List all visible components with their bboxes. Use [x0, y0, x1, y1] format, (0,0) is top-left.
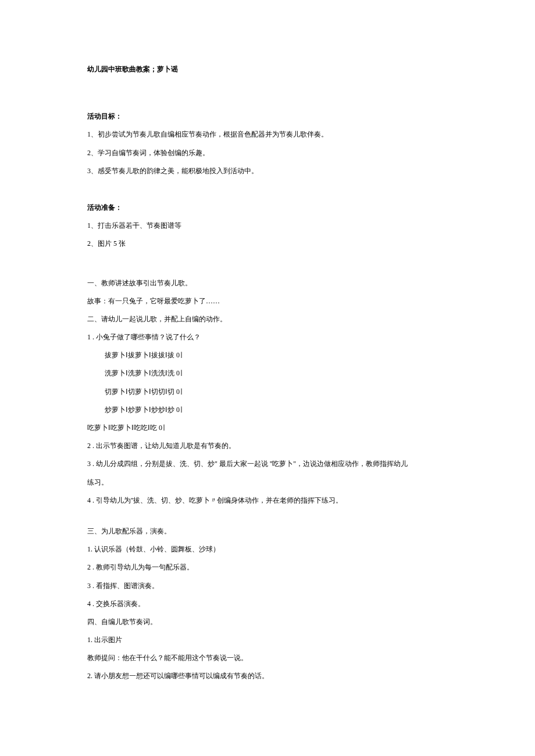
- part4-item-1: 1. 出示图片: [87, 635, 448, 646]
- part3-item-2: 2 . 教师引导幼儿为每一句配乐器。: [87, 562, 448, 573]
- goals-heading: 活动目标：: [87, 111, 448, 122]
- part1-q2: 2 . 出示节奏图谱，让幼儿知道儿歌是有节奏的。: [87, 440, 448, 452]
- part1-line3: 二、请幼儿一起说儿歌，并配上自编的动作。: [87, 314, 448, 325]
- part4-item-3: 2. 请小朋友想一想还可以编哪些事情可以编成有节奏的话。: [87, 671, 448, 682]
- part4-item-2: 教师提问：他在干什么？能不能用这个节奏说一说。: [87, 653, 448, 664]
- part3-heading: 三、为儿歌配乐器，演奏。: [87, 526, 448, 537]
- rhyme-line-1: 拔萝卜Ⅰ拔萝卜Ⅰ拔拔Ⅰ拔 0∣: [87, 350, 448, 361]
- document-title: 幼儿园中班歌曲教案；萝卜谣: [87, 64, 448, 75]
- goal-item-3: 3、感受节奏儿歌的韵律之美，能积极地投入到活动中。: [87, 166, 448, 177]
- part1-q3a: 3 . 幼儿分成四组，分别是拔、洗、切、炒" 最后大家一起说 ''吃萝卜"，边说…: [87, 458, 448, 470]
- part1-line2: 故事：有一只兔子，它呀最爱吃萝卜了……: [87, 296, 448, 307]
- prep-heading: 活动准备：: [87, 202, 448, 213]
- goal-item-1: 1、初步尝试为节奏儿歌自编相应节奏动作，根据音色配器并为节奏儿歌伴奏。: [87, 129, 448, 140]
- rhyme-line-3: 切萝卜Ⅰ切萝卜Ⅰ切切Ⅰ切 0∣: [87, 386, 448, 397]
- part3-item-1: 1. 认识乐器（铃鼓、小铃、圆舞板、沙球）: [87, 544, 448, 555]
- goal-item-2: 2、学习自编节奏词，体验创编的乐趣。: [87, 148, 448, 159]
- prep-item-1: 1、打击乐器若干、节奏图谱等: [87, 220, 448, 231]
- rhyme-line-2: 洗萝卜Ⅰ洗萝卜Ⅰ洗洗Ⅰ洗 0∣: [87, 368, 448, 379]
- part1-line1: 一、教师讲述故事引出节奏儿歌。: [87, 278, 448, 289]
- rhyme-line-5: 吃萝卜Ⅰ吃萝卜Ⅰ吃吃Ⅰ吃 0∣: [87, 422, 448, 433]
- rhyme-line-4: 炒萝卜Ⅰ炒萝卜Ⅰ炒炒Ⅰ炒 0∣: [87, 404, 448, 415]
- part1-q3b: 练习。: [87, 477, 448, 488]
- prep-item-2: 2、图片 5 张: [87, 238, 448, 249]
- part4-heading: 四、自编儿歌节奏词。: [87, 617, 448, 628]
- part1-q1: 1 . 小兔子做了哪些事情？说了什么？: [87, 332, 448, 343]
- part3-item-3: 3 . 看指挥、图谱演奏。: [87, 581, 448, 592]
- part1-q4: 4 . 引导幼儿为''拔、洗、切、炒、吃萝卜〃创编身体动作，并在老师的指挥下练习…: [87, 495, 448, 506]
- part3-item-4: 4 . 交换乐器演奏。: [87, 599, 448, 610]
